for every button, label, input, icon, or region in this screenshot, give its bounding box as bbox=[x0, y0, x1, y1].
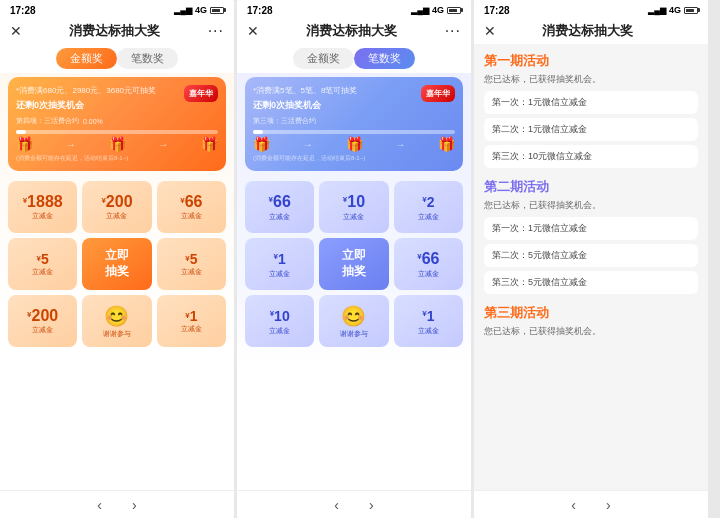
progress-fill-1 bbox=[16, 130, 26, 134]
more-icon-2[interactable]: ··· bbox=[445, 22, 461, 40]
prize-label-1: 立减金 bbox=[32, 211, 53, 221]
prize-amount-p1: ¥66 bbox=[269, 193, 291, 211]
banner-data-row-1: 第四项：三活费合约 0.00% bbox=[16, 116, 218, 126]
festival-badge-2: 嘉年华 bbox=[421, 85, 455, 102]
left-arrow-3[interactable]: ‹ bbox=[571, 497, 576, 513]
phone-panel-3: 17:28 ▂▄▆ 4G ✕ 消费达标抽大奖 第一期活动 您已达标，已获得抽奖机… bbox=[474, 0, 708, 518]
prize-label-p5: 立减金 bbox=[418, 269, 439, 279]
status-bar-3: 17:28 ▂▄▆ 4G bbox=[474, 0, 708, 18]
prize-label-6: 立减金 bbox=[32, 325, 53, 335]
tabs-1: 金额奖 笔数奖 bbox=[0, 44, 234, 73]
prize-label-p3: 立减金 bbox=[418, 212, 439, 222]
battery-icon-1 bbox=[210, 7, 224, 14]
right-arrow-2[interactable]: › bbox=[369, 497, 374, 513]
award-banner-2: *消费满5笔、5笔、8笔可抽奖 还剩0次抽奖机会 第三项：三活费合约 🎁 → 🎁… bbox=[245, 77, 463, 171]
nav-title-2: 消费达标抽大奖 bbox=[306, 22, 397, 40]
prize-amount-p2: ¥10 bbox=[343, 193, 365, 211]
banner-data-row-2: 第三项：三活费合约 bbox=[253, 116, 455, 126]
banner-note-2: (消费金额可能存在延迟，活动结束后8-1~) bbox=[253, 154, 455, 163]
banner-data-label-2: 第三项：三活费合约 bbox=[253, 116, 316, 126]
bottom-nav-3: ‹ › bbox=[474, 490, 708, 518]
activity-desc-3: 您已达标，已获得抽奖机会。 bbox=[484, 325, 698, 338]
signal-area-3: ▂▄▆ 4G bbox=[648, 5, 698, 15]
more-icon-1[interactable]: ··· bbox=[208, 22, 224, 40]
tab-gold-1[interactable]: 金额奖 bbox=[56, 48, 117, 69]
gift-icon-mid-2: 🎁 bbox=[346, 136, 363, 152]
draw-label-2: 立即抽奖 bbox=[342, 248, 366, 279]
close-icon-2[interactable]: ✕ bbox=[247, 23, 259, 39]
activity-title-3: 第三期活动 bbox=[484, 304, 698, 322]
prize-grid-1: ¥1888 立减金 ¥200 立减金 ¥66 立减金 ¥5 bbox=[0, 175, 234, 353]
prize-card-p4: ¥1 立减金 bbox=[245, 238, 314, 290]
prize-smiley-2: 😊 谢谢参与 bbox=[319, 295, 388, 347]
prize-card-2: ¥200 立减金 bbox=[82, 181, 151, 233]
scroll-area-3: 第一期活动 您已达标，已获得抽奖机会。 第一次：1元微信立减金 第二次：1元微信… bbox=[474, 44, 708, 490]
activity-item-2-1: 第一次：1元微信立减金 bbox=[484, 217, 698, 240]
prize-label-p2: 立减金 bbox=[343, 212, 364, 222]
left-arrow-2[interactable]: ‹ bbox=[334, 497, 339, 513]
top-nav-3: ✕ 消费达标抽大奖 bbox=[474, 18, 708, 44]
activity-section-2: 第二期活动 您已达标，已获得抽奖机会。 第一次：1元微信立减金 第二次：5元微信… bbox=[484, 178, 698, 294]
progress-icons-2: 🎁 → 🎁 → 🎁 bbox=[253, 136, 455, 152]
tab-pen-2[interactable]: 笔数奖 bbox=[354, 48, 415, 69]
prize-card-p6: ¥10 立减金 bbox=[245, 295, 314, 347]
tab-pen-1[interactable]: 笔数奖 bbox=[117, 48, 178, 69]
prize-label-p4: 立减金 bbox=[269, 269, 290, 279]
tabs-2: 金额奖 笔数奖 bbox=[237, 44, 471, 73]
nav-title-1: 消费达标抽大奖 bbox=[69, 22, 160, 40]
activity-item-1-2: 第二次：1元微信立减金 bbox=[484, 118, 698, 141]
prize-label-p6: 立减金 bbox=[269, 326, 290, 336]
smiley-label-1: 谢谢参与 bbox=[103, 329, 131, 339]
bottom-nav-1: ‹ › bbox=[0, 490, 234, 518]
draw-button-1[interactable]: 立即抽奖 bbox=[82, 238, 151, 290]
draw-button-2[interactable]: 立即抽奖 bbox=[319, 238, 388, 290]
smiley-label-2: 谢谢参与 bbox=[340, 329, 368, 339]
prize-label-7: 立减金 bbox=[181, 324, 202, 334]
phone-panel-2: 17:28 ▂▄▆ 4G ✕ 消费达标抽大奖 ··· 金额奖 笔数奖 *消费满5… bbox=[237, 0, 471, 518]
prize-amount-p6: ¥10 bbox=[270, 307, 290, 325]
progress-track-1 bbox=[16, 130, 218, 134]
right-arrow-1[interactable]: › bbox=[132, 497, 137, 513]
prize-card-p7: ¥1 立减金 bbox=[394, 295, 463, 347]
right-arrow-3[interactable]: › bbox=[606, 497, 611, 513]
close-icon-3[interactable]: ✕ bbox=[484, 23, 496, 39]
signal-icon-3: ▂▄▆ bbox=[648, 6, 666, 15]
gift-icon-start: 🎁 bbox=[16, 136, 33, 152]
gift-icon-start-2: 🎁 bbox=[253, 136, 270, 152]
scroll-area-1: *消费满680元、2980元、3680元可抽奖 还剩0次抽奖机会 第四项：三活费… bbox=[0, 73, 234, 490]
battery-icon-3 bbox=[684, 7, 698, 14]
prize-card-5: ¥5 立减金 bbox=[157, 238, 226, 290]
prize-amount-p7: ¥1 bbox=[422, 307, 434, 325]
banner-data-label-1: 第四项：三活费合约 bbox=[16, 116, 79, 126]
prize-amount-p4: ¥1 bbox=[274, 250, 286, 268]
close-icon-1[interactable]: ✕ bbox=[10, 23, 22, 39]
draw-label-1: 立即抽奖 bbox=[105, 248, 129, 279]
prize-grid-2: ¥66 立减金 ¥10 立减金 ¥2 立减金 ¥1 bbox=[237, 175, 471, 353]
smiley-icon-1: 😊 bbox=[104, 304, 129, 328]
activity-desc-2: 您已达标，已获得抽奖机会。 bbox=[484, 199, 698, 212]
activity-item-1-3: 第三次：10元微信立减金 bbox=[484, 145, 698, 168]
progress-track-2 bbox=[253, 130, 455, 134]
network-type-2: 4G bbox=[432, 5, 444, 15]
arrow-mid-1: → bbox=[66, 139, 76, 150]
arrow-mid-4: → bbox=[395, 139, 405, 150]
prize-amount-5: ¥5 bbox=[185, 252, 197, 266]
prize-label-3: 立减金 bbox=[181, 211, 202, 221]
activity-title-2: 第二期活动 bbox=[484, 178, 698, 196]
arrow-mid-3: → bbox=[303, 139, 313, 150]
scroll-area-2: *消费满5笔、5笔、8笔可抽奖 还剩0次抽奖机会 第三项：三活费合约 🎁 → 🎁… bbox=[237, 73, 471, 490]
prize-card-p2: ¥10 立减金 bbox=[319, 181, 388, 233]
time-1: 17:28 bbox=[10, 5, 36, 16]
tab-gold-2[interactable]: 金额奖 bbox=[293, 48, 354, 69]
banner-note-1: (消费金额可能存在延迟，活动结束后8-1~) bbox=[16, 154, 218, 163]
left-arrow-1[interactable]: ‹ bbox=[97, 497, 102, 513]
top-nav-1: ✕ 消费达标抽大奖 ··· bbox=[0, 18, 234, 44]
prize-amount-4: ¥5 bbox=[37, 252, 49, 266]
prize-amount-3: ¥66 bbox=[180, 194, 202, 210]
activity-desc-1: 您已达标，已获得抽奖机会。 bbox=[484, 73, 698, 86]
prize-amount-p5: ¥66 bbox=[417, 250, 439, 268]
arrow-mid-2: → bbox=[158, 139, 168, 150]
festival-badge-1: 嘉年华 bbox=[184, 85, 218, 102]
status-bar-1: 17:28 ▂▄▆ 4G bbox=[0, 0, 234, 18]
bottom-nav-2: ‹ › bbox=[237, 490, 471, 518]
